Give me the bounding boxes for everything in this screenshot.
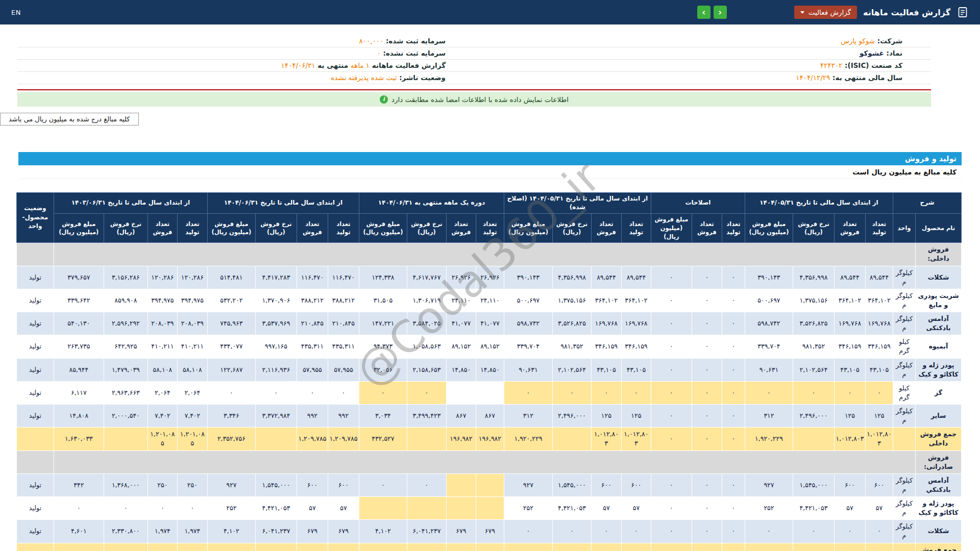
value-cell: ۴,۳۵۶,۹۹۸ bbox=[793, 266, 834, 289]
value-cell: ۳۸۸,۲۱۲ bbox=[328, 289, 359, 312]
table-header: شرحاز ابتدای سال مالی تا تاریخ ۱۴۰۴/۰۵/۳… bbox=[16, 192, 961, 243]
unit-cell bbox=[893, 428, 915, 450]
value-cell: ۲۴,۱۱۰ bbox=[446, 289, 476, 312]
sum-row: جمع فروش صادراتی۶۵۷۶۵۷۱,۱۷۹۰۰۰۶۵۷۶۵۷۱,۱۷… bbox=[16, 543, 961, 551]
product-status-cell bbox=[16, 428, 54, 450]
value-cell: ۳۶۴,۱۰۲ bbox=[591, 289, 621, 312]
unit-cell: کیلوگرم bbox=[893, 405, 915, 428]
value-cell: ۰ bbox=[722, 473, 745, 496]
next-report-button[interactable]: › bbox=[697, 6, 710, 19]
column-0-2: نرخ فروش (ریال) bbox=[793, 214, 834, 243]
value-cell: ۵۸,۱۰۸ bbox=[177, 358, 207, 381]
value-cell: ۰ bbox=[651, 266, 692, 289]
value-cell: ۰ bbox=[621, 520, 651, 543]
product-status-cell: تولید bbox=[16, 312, 54, 335]
value-cell: ۰ bbox=[692, 520, 722, 543]
value-cell: ۰ bbox=[651, 289, 692, 312]
field-label: نماد: bbox=[884, 49, 902, 57]
value-cell: ۰ bbox=[328, 381, 359, 404]
value-cell: ۹۹۲ bbox=[328, 405, 359, 428]
value-cell: ۰ bbox=[834, 520, 865, 543]
value-cell: ۳,۰۳۴ bbox=[359, 405, 407, 428]
symbol-field: نماد: غشوکو bbox=[474, 47, 931, 59]
value-cell bbox=[793, 543, 834, 551]
info-row-isic: کد صنعت (ISIC): ۴۲۴۳۰۲ گزارش فعالیت ماها… bbox=[17, 59, 931, 71]
value-cell: ۱,۵۴۵,۰۰۰ bbox=[793, 473, 834, 496]
product-name-cell: آدامس بادکنکي bbox=[916, 473, 962, 496]
value-cell: ۲,۴۹۶,۰۰۰ bbox=[552, 405, 591, 428]
value-cell: ۲,۱۰۲,۵۶۴ bbox=[552, 358, 591, 381]
value-cell: ۵۰۰,۶۹۷ bbox=[504, 289, 552, 312]
value-cell: ۶۰۰ bbox=[328, 473, 359, 496]
table-row: آبمیوهکیلو گرم۳۴۶,۱۵۹۳۴۶,۱۵۹۹۸۱,۳۵۲۳۳۹,۷… bbox=[16, 335, 961, 358]
value-cell: ۰ bbox=[177, 497, 207, 520]
table-amounts-note: کلیه مبالغ به میلیون ریال است bbox=[18, 165, 962, 179]
value-cell: ۶,۰۴۱,۲۳۷ bbox=[255, 520, 297, 543]
value-cell: ۰ bbox=[651, 405, 692, 428]
value-cell: ۰ bbox=[148, 497, 177, 520]
value-cell: ۲,۲۲۴ bbox=[177, 543, 207, 551]
value-cell: ۱,۹۲۰,۲۲۹ bbox=[745, 428, 793, 450]
column-group-description: شرح bbox=[893, 192, 961, 214]
value-cell: ۰ bbox=[651, 543, 692, 551]
language-toggle-en[interactable]: EN bbox=[11, 9, 21, 16]
value-cell: ۰ bbox=[651, 497, 692, 520]
column-2-3: مبلغ فروش (میلیون ریال) bbox=[504, 214, 552, 243]
value-cell bbox=[552, 543, 591, 551]
value-cell: ۲۶,۹۲۶ bbox=[476, 266, 504, 289]
value-cell: ۳۲,۰۵۶ bbox=[359, 358, 407, 381]
value-cell: ۱۲۵ bbox=[865, 405, 893, 428]
value-cell: ۲,۹۶۳,۶۶۳ bbox=[104, 381, 148, 404]
value-cell: ۳۳۹,۷۰۴ bbox=[745, 335, 793, 358]
product-status-cell: تولید bbox=[16, 520, 54, 543]
value-cell: ۴۱,۰۷۷ bbox=[476, 312, 504, 335]
value-cell: ۰ bbox=[722, 543, 745, 551]
section-row: فروش داخلی: bbox=[16, 243, 961, 266]
value-cell: ۰ bbox=[692, 266, 722, 289]
unit-cell bbox=[893, 543, 915, 551]
product-name-cell: شکلات bbox=[916, 520, 962, 543]
column-group-5: از ابتدای سال مالی تا تاریخ ۱۴۰۳/۰۶/۳۱ bbox=[54, 192, 207, 214]
value-cell: ۵۷ bbox=[834, 497, 865, 520]
column-3-3: مبلغ فروش (میلیون ریال) bbox=[359, 214, 407, 243]
value-cell: ۱,۳۰۶,۷۱۹ bbox=[407, 289, 446, 312]
value-cell: ۰ bbox=[722, 405, 745, 428]
report-type-dropdown[interactable]: گزارش فعالیت bbox=[794, 6, 857, 19]
value-cell: ۲,۳۳۰,۸۰۰ bbox=[104, 520, 148, 543]
value-cell: ۰ bbox=[692, 381, 722, 404]
value-cell: ۰ bbox=[359, 381, 407, 404]
value-cell bbox=[407, 543, 446, 551]
value-cell: ۰ bbox=[651, 428, 692, 450]
product-name-cell: آبمیوه bbox=[916, 335, 962, 358]
previous-report-button[interactable]: ‹ bbox=[714, 6, 727, 19]
value-cell: ۲۵۲ bbox=[504, 497, 552, 520]
value-cell: ۱۶۹,۷۶۸ bbox=[621, 312, 651, 335]
value-cell: ۹۸۱,۳۵۲ bbox=[552, 335, 591, 358]
value-cell: ۳,۵۲۶,۸۲۵ bbox=[793, 312, 834, 335]
value-cell: ۵۷ bbox=[328, 497, 359, 520]
value-cell: ۴,۹۴۳ bbox=[54, 543, 104, 551]
product-status-cell: تولید bbox=[16, 358, 54, 381]
value-cell: ۰ bbox=[651, 312, 692, 335]
value-cell: ۲۶۳,۷۳۵ bbox=[54, 335, 104, 358]
production-sales-section-header: تولید و فروش bbox=[18, 152, 962, 165]
value-cell: ۳۱,۵۰۵ bbox=[359, 289, 407, 312]
value-cell: ۳۴۶,۱۵۹ bbox=[621, 335, 651, 358]
value-cell: ۳,۱۵۶,۲۸۶ bbox=[104, 266, 148, 289]
report-icon bbox=[957, 6, 969, 18]
value-cell: ۰ bbox=[552, 520, 591, 543]
value-cell: ۰ bbox=[692, 428, 722, 450]
value-cell: ۳۴۶,۱۵۹ bbox=[591, 335, 621, 358]
column-3-1: تعداد فروش bbox=[446, 214, 476, 243]
value-cell: ۳,۳۴۶ bbox=[207, 405, 255, 428]
value-cell: ۱,۳۷۵,۱۵۶ bbox=[793, 289, 834, 312]
value-cell: ۲,۱۰۲,۵۶۴ bbox=[793, 358, 834, 381]
value-cell: ۶۰۰ bbox=[621, 473, 651, 496]
value-cell: ۰ bbox=[692, 497, 722, 520]
value-cell: ۰ bbox=[745, 520, 793, 543]
value-cell: ۱,۳۳۶ bbox=[328, 543, 359, 551]
value-cell: ۳۴۶,۱۵۹ bbox=[834, 335, 865, 358]
value-cell: ۳۳۹,۶۴۲ bbox=[54, 289, 104, 312]
product-name-cell: سایر bbox=[916, 405, 962, 428]
value-cell: ۴,۶۰۱ bbox=[54, 520, 104, 543]
